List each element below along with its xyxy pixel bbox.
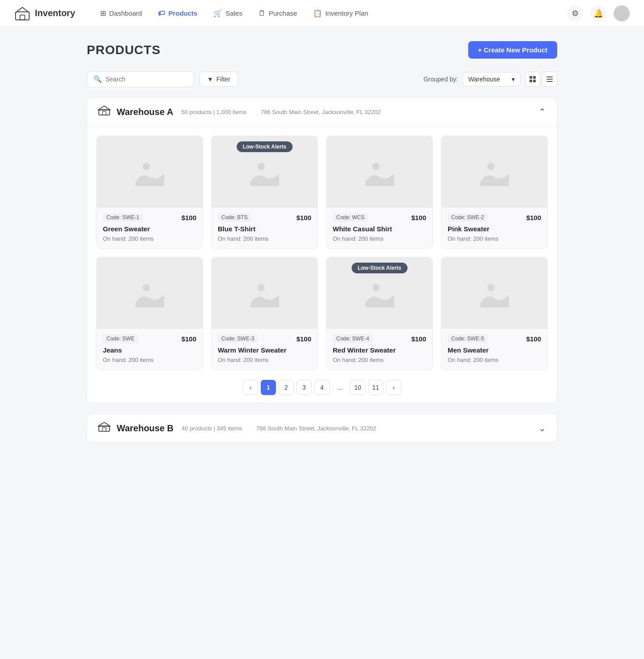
pagination-page-10[interactable]: 10 bbox=[350, 380, 365, 395]
warehouse-meta: 40 products | 345 items bbox=[182, 425, 242, 432]
product-stock: On hand: 200 items bbox=[448, 235, 541, 242]
nav-link-products[interactable]: 🏷Products bbox=[151, 6, 204, 21]
product-stock: On hand: 200 items bbox=[448, 357, 541, 363]
product-card[interactable]: Low-Stock Alerts Code: BTS $100 Blue T-S… bbox=[211, 136, 318, 249]
warehouses-container: Warehouse A 50 products | 1,000 items 78… bbox=[87, 97, 557, 443]
product-name: Green Sweater bbox=[103, 225, 196, 233]
nav-link-sales[interactable]: 🛒Sales bbox=[206, 5, 250, 21]
product-stock: On hand: 200 items bbox=[103, 357, 196, 363]
product-image bbox=[97, 257, 203, 329]
create-product-button[interactable]: + Create New Product bbox=[468, 41, 557, 59]
grid-view-button[interactable] bbox=[525, 72, 540, 87]
nav-link-label: Inventory Plan bbox=[325, 9, 368, 17]
nav-right: ⚙ 🔔 bbox=[567, 5, 630, 21]
product-code-row: Code: SWE-3 $100 bbox=[218, 334, 311, 343]
svg-point-17 bbox=[258, 284, 265, 291]
warehouse-name: Warehouse A bbox=[117, 107, 173, 117]
products-icon: 🏷 bbox=[158, 9, 165, 17]
navbar: Inventory ⊞Dashboard🏷Products🛒Sales🗒Purc… bbox=[0, 0, 644, 27]
product-stock: On hand: 200 items bbox=[333, 357, 426, 363]
svg-point-12 bbox=[143, 163, 150, 170]
search-box: 🔍 bbox=[87, 71, 194, 87]
product-card[interactable]: Code: SWE-1 $100 Green Sweater On hand: … bbox=[96, 136, 203, 249]
svg-rect-3 bbox=[533, 76, 536, 79]
product-code-row: Code: SWE-4 $100 bbox=[333, 334, 426, 343]
warehouse-icon bbox=[98, 106, 110, 118]
purchase-icon: 🗒 bbox=[258, 9, 266, 17]
group-by-value: Warehouse bbox=[468, 76, 500, 83]
product-card[interactable]: Low-Stock Alerts Code: SWE-4 $100 Red Wi… bbox=[326, 257, 433, 370]
product-card[interactable]: Code: SWE-5 $100 Men Sweater On hand: 20… bbox=[441, 257, 548, 370]
product-price: $100 bbox=[526, 335, 541, 343]
product-name: White Casual Shirt bbox=[333, 225, 426, 233]
product-card[interactable]: Code: WCS $100 White Casual Shirt On han… bbox=[326, 136, 433, 249]
nav-link-label: Dashboard bbox=[109, 9, 142, 17]
product-name: Warm Winter Sweater bbox=[218, 346, 311, 354]
settings-button[interactable]: ⚙ bbox=[567, 5, 583, 21]
pagination-page-2[interactable]: 2 bbox=[279, 380, 294, 395]
search-icon: 🔍 bbox=[93, 75, 102, 83]
product-card[interactable]: Code: SWE $100 Jeans On hand: 200 items bbox=[96, 257, 203, 370]
product-price: $100 bbox=[297, 335, 311, 343]
product-info: Code: SWE $100 Jeans On hand: 200 items bbox=[97, 329, 203, 370]
product-stock: On hand: 200 items bbox=[103, 235, 196, 242]
pagination-next[interactable]: › bbox=[386, 380, 401, 395]
product-code: Code: BTS bbox=[218, 213, 251, 222]
pagination-prev[interactable]: ‹ bbox=[243, 380, 258, 395]
notifications-button[interactable]: 🔔 bbox=[590, 5, 606, 21]
filter-label: Filter bbox=[216, 76, 230, 83]
product-info: Code: BTS $100 Blue T-Shirt On hand: 200… bbox=[212, 208, 318, 248]
pagination-page-11[interactable]: 11 bbox=[368, 380, 383, 395]
product-image bbox=[441, 136, 547, 208]
product-image bbox=[212, 257, 318, 329]
low-stock-badge: Low-Stock Alerts bbox=[352, 263, 408, 273]
brand-icon bbox=[14, 5, 30, 21]
product-info: Code: SWE-2 $100 Pink Sweater On hand: 2… bbox=[441, 208, 547, 248]
warehouse-header-warehouse-b: Warehouse B 40 products | 345 items 788 … bbox=[87, 414, 557, 442]
warehouse-address: 788 South Main Street, Jacksonville, FL … bbox=[256, 425, 376, 432]
warehouse-meta: 50 products | 1,000 items bbox=[181, 109, 246, 115]
pagination-page-1[interactable]: 1 bbox=[261, 380, 276, 395]
filter-button[interactable]: ▼ Filter bbox=[199, 72, 238, 87]
svg-rect-1 bbox=[20, 15, 25, 20]
svg-point-16 bbox=[143, 284, 150, 291]
list-view-button[interactable] bbox=[542, 72, 557, 87]
warehouse-collapse-button[interactable]: ⌄ bbox=[538, 423, 546, 434]
product-stock: On hand: 200 items bbox=[218, 235, 311, 242]
product-code-row: Code: SWE-1 $100 bbox=[103, 213, 196, 222]
nav-link-inventory-plan[interactable]: 📋Inventory Plan bbox=[306, 5, 375, 21]
search-input[interactable] bbox=[106, 76, 187, 83]
product-stock: On hand: 200 items bbox=[218, 357, 311, 363]
product-info: Code: WCS $100 White Casual Shirt On han… bbox=[326, 208, 432, 248]
product-info: Code: SWE-1 $100 Green Sweater On hand: … bbox=[97, 208, 203, 248]
pagination-page-4[interactable]: 4 bbox=[314, 380, 330, 395]
group-by-select[interactable]: Warehouse ▾ bbox=[462, 72, 521, 86]
svg-rect-2 bbox=[530, 76, 532, 79]
product-price: $100 bbox=[182, 214, 196, 221]
warehouse-collapse-button[interactable]: ⌃ bbox=[538, 106, 546, 117]
pagination-page-3[interactable]: 3 bbox=[297, 380, 312, 395]
product-code: Code: SWE-4 bbox=[333, 334, 373, 343]
pagination-ellipsis: ... bbox=[332, 380, 347, 395]
nav-link-purchase[interactable]: 🗒Purchase bbox=[251, 6, 304, 21]
svg-rect-0 bbox=[16, 12, 30, 20]
product-code-row: Code: BTS $100 bbox=[218, 213, 311, 222]
product-code-row: Code: WCS $100 bbox=[333, 213, 426, 222]
warehouse-header-warehouse-a: Warehouse A 50 products | 1,000 items 78… bbox=[87, 98, 557, 127]
product-stock: On hand: 200 items bbox=[333, 235, 426, 242]
product-code: Code: SWE-3 bbox=[218, 334, 258, 343]
svg-rect-7 bbox=[547, 79, 553, 80]
products-grid: Code: SWE-1 $100 Green Sweater On hand: … bbox=[87, 127, 557, 370]
avatar[interactable] bbox=[614, 5, 630, 21]
product-image: Low-Stock Alerts bbox=[212, 136, 318, 208]
product-info: Code: SWE-5 $100 Men Sweater On hand: 20… bbox=[441, 329, 547, 370]
product-card[interactable]: Code: SWE-2 $100 Pink Sweater On hand: 2… bbox=[441, 136, 548, 249]
product-card[interactable]: Code: SWE-3 $100 Warm Winter Sweater On … bbox=[211, 257, 318, 370]
nav-link-dashboard[interactable]: ⊞Dashboard bbox=[93, 5, 149, 21]
product-price: $100 bbox=[297, 214, 311, 221]
product-price: $100 bbox=[182, 335, 196, 343]
svg-point-14 bbox=[373, 163, 380, 170]
product-image bbox=[441, 257, 547, 329]
svg-point-13 bbox=[258, 163, 265, 170]
nav-brand[interactable]: Inventory bbox=[14, 5, 75, 21]
